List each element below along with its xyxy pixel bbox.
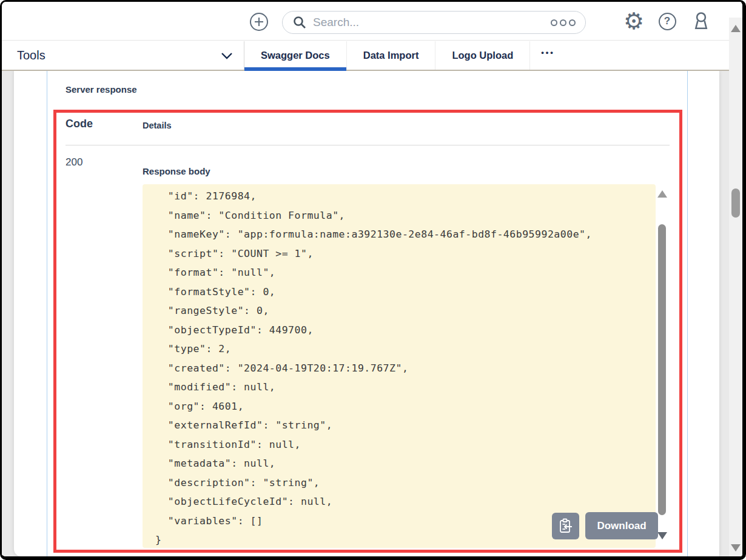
code-scrollbar-thumb[interactable] xyxy=(658,224,666,515)
tab-swagger-docs[interactable]: Swagger Docs xyxy=(244,41,347,70)
scroll-down-icon[interactable] xyxy=(657,532,667,539)
search-bar[interactable]: Search... xyxy=(282,11,586,34)
copy-to-clipboard-button[interactable] xyxy=(552,513,579,539)
code-block-scrollbar[interactable] xyxy=(657,189,667,545)
tab-bar: Swagger Docs Data Import Logo Upload ••• xyxy=(244,41,742,70)
tools-dropdown-label: Tools xyxy=(17,48,221,62)
tools-dropdown[interactable]: Tools xyxy=(2,41,244,70)
status-code: 200 xyxy=(66,156,82,168)
content-area: Server response Code Details 200 Respons… xyxy=(2,71,742,556)
page-scrollbar-thumb[interactable] xyxy=(731,188,740,218)
plus-icon xyxy=(249,12,269,32)
search-icon xyxy=(292,15,307,30)
top-bar: Search... ⚙ ? xyxy=(2,2,742,41)
page-scrollbar[interactable] xyxy=(729,18,742,556)
page-scroll-down-icon[interactable] xyxy=(731,544,741,552)
table-header-divider xyxy=(66,145,670,145)
settings-button[interactable]: ⚙ xyxy=(620,2,647,41)
red-highlight-box: Code Details 200 Response body "id": 217… xyxy=(53,110,682,553)
gear-icon: ⚙ xyxy=(623,10,644,33)
panel-border-right xyxy=(687,71,688,556)
chevron-down-icon xyxy=(221,52,233,59)
column-header-code: Code xyxy=(66,118,93,130)
scroll-up-icon[interactable] xyxy=(657,190,667,198)
response-body-label: Response body xyxy=(143,166,210,176)
add-button[interactable] xyxy=(249,12,269,32)
tab-logo-upload[interactable]: Logo Upload xyxy=(435,41,530,70)
response-body-code-block[interactable]: "id": 2176984, "name": "Condition Formul… xyxy=(143,184,656,548)
column-header-details: Details xyxy=(143,121,172,130)
toolbar: Tools Swagger Docs Data Import Logo Uplo… xyxy=(2,41,742,71)
panel-border-left xyxy=(47,71,47,556)
response-body-json: "id": 2176984, "name": "Condition Formul… xyxy=(143,184,656,548)
user-menu-button[interactable] xyxy=(687,2,715,41)
search-placeholder: Search... xyxy=(313,16,545,29)
tab-data-import[interactable]: Data Import xyxy=(347,41,436,70)
page-scroll-up-icon[interactable] xyxy=(731,25,741,32)
section-title: Server response xyxy=(66,84,137,95)
help-icon: ? xyxy=(659,13,676,30)
app-window: Search... ⚙ ? Tools xyxy=(0,0,746,560)
copy-to-clipboard-icon xyxy=(558,518,573,535)
search-options-icon[interactable] xyxy=(551,19,576,26)
user-icon xyxy=(690,10,712,32)
help-button[interactable]: ? xyxy=(656,2,679,41)
download-button[interactable]: Download xyxy=(585,512,658,539)
more-tabs-button[interactable]: ••• xyxy=(530,38,566,67)
